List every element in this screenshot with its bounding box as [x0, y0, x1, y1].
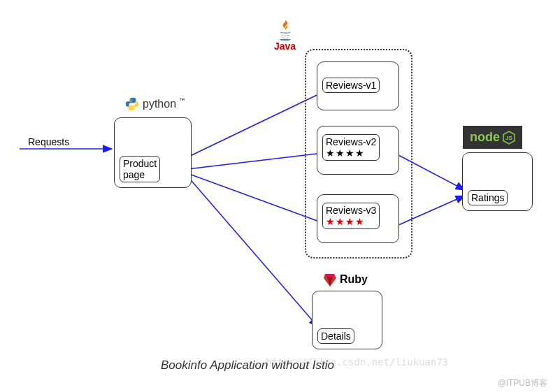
details-service: Details: [312, 291, 382, 349]
reviews-v1-inner: Reviews-v1: [322, 78, 380, 93]
reviews-v3-service: Reviews-v3 ★★★★: [317, 194, 399, 243]
reviews-v3-label: Reviews-v3: [326, 205, 376, 216]
reviews-v2-inner: Reviews-v2 ★★★★: [322, 134, 380, 161]
python-label: python: [143, 98, 176, 110]
diagram-canvas: https://blog.csdn.net/liukuan73 Requests…: [0, 0, 553, 392]
node-label: node: [470, 130, 500, 145]
reviews-v2-service: Reviews-v2 ★★★★: [317, 126, 399, 175]
details-inner: Details: [317, 328, 354, 344]
ratings-inner: Ratings: [468, 190, 508, 205]
productpage-inner: Product page: [120, 156, 160, 182]
productpage-service: Product page: [114, 117, 192, 188]
svg-text:JS: JS: [505, 135, 512, 141]
ruby-label: Ruby: [340, 273, 368, 286]
reviews-v3-stars: ★★★★: [326, 216, 365, 227]
reviews-v2-stars: ★★★★: [326, 147, 365, 159]
python-logo: python ™: [124, 96, 185, 112]
java-logo: Java: [274, 18, 296, 52]
ruby-logo: Ruby: [322, 271, 368, 288]
reviews-v2-label: Reviews-v2: [326, 136, 376, 147]
requests-label: Requests: [28, 136, 69, 147]
svg-point-8: [130, 99, 131, 99]
svg-point-9: [134, 108, 134, 109]
java-label: Java: [274, 41, 296, 52]
reviews-v3-inner: Reviews-v3 ★★★★: [322, 203, 380, 229]
node-logo: node JS: [463, 126, 522, 149]
ratings-service: Ratings: [462, 152, 533, 211]
footer-attribution: @ITPUB博客: [497, 377, 547, 389]
diagram-title: Bookinfo Application without Istio: [161, 358, 334, 372]
reviews-v1-service: Reviews-v1: [317, 61, 399, 110]
svg-line-5: [187, 176, 318, 327]
